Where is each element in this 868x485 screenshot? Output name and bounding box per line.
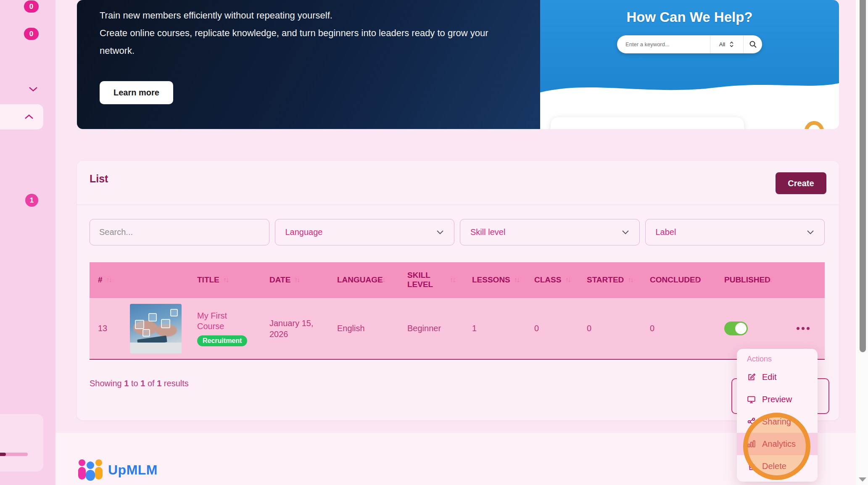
sidebar-progress-card bbox=[0, 414, 43, 472]
divider bbox=[77, 205, 839, 205]
sort-icon: ↑↓ bbox=[767, 276, 772, 284]
course-date: January 15, 2026 bbox=[263, 298, 332, 359]
page: Train new members efficiently without re… bbox=[0, 0, 868, 485]
column-header-published[interactable]: PUBLISHED↑↓ bbox=[717, 262, 780, 298]
help-title: How Can We Help? bbox=[540, 9, 839, 25]
scrollbar bbox=[856, 0, 868, 485]
sort-icon: ↑↓ bbox=[514, 276, 519, 284]
help-wave bbox=[540, 71, 839, 102]
edit-icon bbox=[747, 373, 756, 382]
hero-text: Train new members efficiently without re… bbox=[100, 7, 512, 60]
search-input[interactable] bbox=[90, 227, 269, 237]
sort-icon: ↑↓ bbox=[380, 276, 385, 284]
notification-badge: 0 bbox=[24, 28, 39, 40]
delete-icon bbox=[747, 462, 756, 471]
sort-icon: ↑↓ bbox=[692, 276, 697, 284]
notification-badge: 0 bbox=[24, 0, 39, 13]
column-header-lessons[interactable]: LESSONS↑↓ bbox=[464, 262, 528, 298]
table-header: #↑↓ TITLE↑↓ DATE↑↓ LANGUAGE↑↓ SKILL LEVE… bbox=[90, 262, 825, 298]
search-field bbox=[90, 219, 269, 245]
updown-icon bbox=[729, 41, 734, 47]
row-actions-menu-button[interactable] bbox=[797, 327, 810, 330]
column-header-date[interactable]: DATE↑↓ bbox=[263, 262, 332, 298]
hero-line-1: Train new members efficiently without re… bbox=[100, 7, 512, 24]
spinner-icon bbox=[801, 117, 828, 129]
scroll-down-arrow[interactable] bbox=[859, 477, 866, 482]
published-toggle[interactable] bbox=[724, 322, 748, 335]
course-language: English bbox=[332, 298, 401, 359]
progress-bar-fill bbox=[0, 453, 6, 456]
sidebar: 0 0 1 bbox=[0, 0, 55, 485]
create-button[interactable]: Create bbox=[776, 172, 826, 194]
results-summary: Showing 1 to 1 of 1 results bbox=[90, 379, 189, 388]
menu-item-delete[interactable]: Delete bbox=[737, 455, 818, 477]
scrollbar-thumb[interactable] bbox=[860, 0, 866, 352]
sidebar-expander-panel[interactable] bbox=[0, 104, 43, 129]
help-search-button[interactable] bbox=[744, 35, 762, 53]
language-select[interactable]: Language bbox=[275, 219, 455, 245]
course-thumbnail[interactable] bbox=[130, 304, 182, 353]
started-count: 0 bbox=[580, 298, 643, 359]
row-id: 13 bbox=[90, 298, 127, 359]
column-header-class[interactable]: CLASS↑↓ bbox=[528, 262, 580, 298]
menu-item-preview[interactable]: Preview bbox=[737, 388, 818, 411]
course-thumbnail-cell bbox=[127, 298, 191, 359]
hero-banner: Train new members efficiently without re… bbox=[77, 0, 839, 129]
help-search-input[interactable] bbox=[617, 41, 710, 47]
brand-name: UpMLM bbox=[108, 462, 158, 478]
help-filter-value: All bbox=[719, 41, 725, 47]
course-title-link[interactable]: My First Course bbox=[197, 311, 244, 332]
menu-item-sharing[interactable]: Sharing bbox=[737, 411, 818, 433]
column-header-language[interactable]: LANGUAGE↑↓ bbox=[332, 262, 401, 298]
list-card: List Create Language Skill level Label bbox=[77, 161, 839, 420]
column-header-id[interactable]: #↑↓ bbox=[90, 262, 127, 298]
column-header-title[interactable]: TITLE↑↓ bbox=[191, 262, 263, 298]
actions-menu: Actions Edit Preview Sharing bbox=[737, 349, 818, 482]
preview-icon bbox=[747, 395, 756, 404]
help-search-bar: All bbox=[617, 35, 762, 53]
chevron-down-icon bbox=[622, 230, 629, 235]
toggle-knob bbox=[735, 323, 747, 334]
column-header-started[interactable]: STARTED↑↓ bbox=[580, 262, 643, 298]
sort-icon: ↑↓ bbox=[106, 276, 111, 284]
menu-item-edit[interactable]: Edit bbox=[737, 366, 818, 388]
skill-level-select-value: Skill level bbox=[470, 227, 505, 237]
sort-icon: ↑↓ bbox=[628, 276, 633, 284]
page-title: List bbox=[90, 173, 108, 185]
chevron-up-icon bbox=[24, 114, 34, 120]
course-title-cell: My First Course Recruitment bbox=[191, 298, 263, 359]
learn-more-button[interactable]: Learn more bbox=[100, 81, 173, 104]
course-label-badge: Recruitment bbox=[197, 335, 247, 346]
search-icon bbox=[749, 40, 757, 48]
sort-icon: ↑↓ bbox=[565, 276, 570, 284]
brand-logo bbox=[77, 458, 104, 482]
sharing-icon bbox=[747, 417, 756, 426]
sort-icon: ↑↓ bbox=[450, 276, 455, 284]
column-header-thumbnail bbox=[127, 262, 191, 298]
progress-bar bbox=[0, 453, 28, 456]
menu-item-analytics[interactable]: Analytics bbox=[737, 433, 818, 455]
chevron-down-icon bbox=[28, 86, 38, 92]
help-card bbox=[551, 117, 744, 129]
footer: UpMLM bbox=[77, 458, 158, 482]
help-filter-select[interactable]: All bbox=[710, 35, 743, 53]
column-header-actions bbox=[780, 262, 825, 298]
help-panel: How Can We Help? All bbox=[540, 0, 839, 129]
class-count: 0 bbox=[528, 298, 580, 359]
label-select-value: Label bbox=[656, 227, 676, 237]
sort-icon: ↑↓ bbox=[223, 276, 228, 284]
language-select-value: Language bbox=[285, 227, 323, 237]
hero-line-2: Create online courses, replicate knowled… bbox=[100, 24, 512, 60]
label-select[interactable]: Label bbox=[645, 219, 825, 245]
sidebar-collapse-control[interactable] bbox=[28, 85, 39, 93]
lessons-count: 1 bbox=[464, 298, 528, 359]
column-header-concluded[interactable]: CONCLUDED↑↓ bbox=[643, 262, 717, 298]
column-header-skill-level[interactable]: SKILL LEVEL↑↓ bbox=[401, 262, 464, 298]
course-skill-level: Beginner bbox=[401, 298, 464, 359]
skill-level-select[interactable]: Skill level bbox=[460, 219, 640, 245]
concluded-count: 0 bbox=[643, 298, 717, 359]
sort-icon: ↑↓ bbox=[294, 276, 299, 284]
chevron-down-icon bbox=[436, 230, 444, 235]
table-row: 13 My First Course Recruitment bbox=[90, 298, 825, 360]
notification-badge: 1 bbox=[25, 194, 38, 207]
